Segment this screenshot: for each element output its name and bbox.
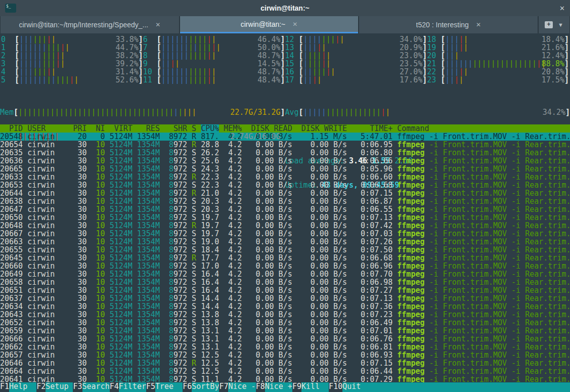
fkey-label-help[interactable]: Help	[9, 382, 36, 392]
fkey-label-tree[interactable]: Tree	[155, 382, 183, 392]
tab-home-active[interactable]: cirwin@titan:~ ✕	[180, 16, 359, 33]
col-shr: SHR	[164, 124, 187, 133]
process-row[interactable]: 20650cirwin30105124M1354M8972S19.74.20.0…	[0, 213, 570, 222]
process-row[interactable]: 20633cirwin30105124M1354M8972R22.34.20.0…	[0, 173, 570, 181]
fkey-label-quit[interactable]: Quit	[342, 382, 370, 392]
fkey-label-setup[interactable]: Setup	[46, 382, 73, 392]
fkey-f5[interactable]: F5	[146, 382, 155, 392]
process-row[interactable]: 20648cirwin30105124M1354M8972R19.74.20.0…	[0, 222, 570, 230]
tab-bar: cirwin@titan:~/tmp/Interesting/Speedy_..…	[0, 16, 570, 33]
tab-close-icon[interactable]: ✕	[476, 21, 481, 28]
process-table-header[interactable]: PIDUSERPRINIVIRTRESSHRSCPU%MEM%DISK READ…	[0, 124, 570, 133]
col-disk-read: DISK READ	[246, 124, 292, 133]
process-row[interactable]: 20663cirwin30105124M1354M8972S19.04.20.0…	[0, 238, 570, 246]
tab-label: cirwin@titan:~	[241, 20, 286, 28]
process-row[interactable]: 20660cirwin30105124M1354M8972S17.04.20.0…	[0, 262, 570, 270]
fkey-bar-filler	[370, 382, 570, 392]
col-s: S	[192, 124, 196, 133]
tab-close-icon[interactable]: ✕	[155, 21, 160, 28]
process-row[interactable]: 20635cirwin30105124M1354M8972S26.24.20.0…	[0, 149, 570, 157]
swap-meter: Swp [ |||||||||2.74G/16.0G ]	[0, 133, 285, 141]
fkey-f8[interactable]: F8	[256, 382, 265, 392]
cpu-meter-5: 5[|||||||||||||52.6%]	[1, 76, 143, 84]
cpu-meter-2: 2[||||||||||38.2%]	[1, 52, 143, 60]
cpu-meter-16: 16[|||||||27.0%]	[285, 68, 427, 76]
fkey-f1[interactable]: F1	[0, 382, 9, 392]
process-row[interactable]: 20646cirwin30105124M1354M8972R12.54.20.0…	[0, 359, 570, 367]
htop-screen: 0[||||||||33.8%]1[|||||||||||44.7%]2[|||…	[0, 33, 570, 392]
cpu-meters: 0[||||||||33.8%]1[|||||||||||44.7%]2[|||…	[0, 35, 570, 84]
cpu-meter-4: 4[||||||||31.4%]	[1, 68, 143, 76]
fkey-f6[interactable]: F6	[183, 382, 192, 392]
cpu-meter-0: 0[||||||||33.8%]	[1, 35, 143, 43]
window-close-icon[interactable]: ✕	[554, 5, 565, 12]
tab-speedy[interactable]: cirwin@titan:~/tmp/Interesting/Speedy_..…	[1, 16, 179, 33]
process-row[interactable]: 20644cirwin30105124M1354M8972R21.04.20.0…	[0, 189, 570, 197]
tab-label: cirwin@titan:~/tmp/Interesting/Speedy_..…	[19, 21, 148, 29]
col-mem: MEM%	[224, 124, 242, 133]
process-row[interactable]: 20636cirwin30105124M1354M8972S25.64.20.0…	[0, 157, 570, 165]
fkey-f4[interactable]: F4	[110, 382, 119, 392]
terminal-window: $_ cirwin@titan:~ ✕ cirwin@titan:~/tmp/I…	[0, 0, 570, 392]
avg-usage-text: 34.2%	[543, 108, 565, 116]
tab-menu-chevron-icon[interactable]: ▼	[558, 22, 563, 28]
process-row[interactable]: 20657cirwin30105124M1354M8972S12.54.20.0…	[0, 351, 570, 359]
add-tab-icon[interactable]: +	[545, 21, 553, 28]
fkey-label-filter[interactable]: Filter	[119, 382, 146, 392]
process-row[interactable]: 20658cirwin30105124M1354M8972S16.44.20.0…	[0, 278, 570, 286]
tab-tools: + ▼	[539, 16, 569, 33]
tab-t520[interactable]: t520 : Interesting ✕	[359, 16, 538, 33]
process-row[interactable]: 20634cirwin30105124M1354M8972S14.44.20.0…	[0, 302, 570, 311]
cpu-meter-21: 21[||||||||||||||||||||||88.8%]	[427, 60, 569, 68]
fkey-f10[interactable]: F10	[329, 382, 342, 392]
process-row[interactable]: 20665cirwin30105124M1354M8972S24.34.20.0…	[0, 165, 570, 173]
fkey-label-nice-[interactable]: Nice +	[265, 382, 292, 392]
process-row[interactable]: 20667cirwin30105124M1354M8972S19.74.20.0…	[0, 230, 570, 238]
fkey-f7[interactable]: F7	[219, 382, 228, 392]
cpu-meter-7: 7[|||||||||||||50.0%]	[143, 43, 285, 52]
cpu-meter-14: 14[||||||23.0%]	[285, 52, 427, 60]
process-row[interactable]: 20655cirwin30105124M1354M8972S18.44.20.0…	[0, 246, 570, 254]
fkey-f2[interactable]: F2	[36, 382, 46, 392]
tab-label: t520 : Interesting	[416, 21, 469, 29]
tab-close-icon[interactable]: ✕	[292, 21, 297, 28]
process-row[interactable]: 20641cirwin30105124M1354M8972S11.14.20.0…	[0, 375, 570, 382]
terminal-app-icon: $_	[5, 4, 16, 13]
process-row[interactable]: 20651cirwin30105124M1354M8972S16.44.20.0…	[0, 286, 570, 294]
process-row[interactable]: 20649cirwin30105124M1354M8972S16.44.20.0…	[0, 270, 570, 278]
process-row[interactable]: 20643cirwin30105124M1354M8972S13.84.20.0…	[0, 311, 570, 319]
process-row[interactable]: 20652cirwin30105124M1354M8972S13.84.20.0…	[0, 319, 570, 327]
cpu-meter-18: 18[|||||18.4%]	[427, 35, 569, 43]
process-row[interactable]: 20666cirwin30105124M1354M8972S13.14.20.0…	[0, 335, 570, 343]
function-key-bar: F1HelpF2SetupF3SearchF4FilterF5TreeF6Sor…	[0, 382, 570, 392]
process-row[interactable]: 20647cirwin30105124M1354M8972S20.34.20.0…	[0, 205, 570, 213]
fkey-label-nice-[interactable]: Nice -	[228, 382, 255, 392]
process-row[interactable]: 20659cirwin30105124M1354M8972S13.14.20.0…	[0, 327, 570, 335]
process-row[interactable]: 20653cirwin30105124M1354M8972S22.34.20.0…	[0, 181, 570, 189]
process-row[interactable]: 20654cirwin30105124M1354M8972R28.84.20.0…	[0, 141, 570, 149]
col-time: TIME+	[352, 124, 392, 133]
process-row[interactable]: 20662cirwin30105124M1354M8972S13.14.20.0…	[0, 343, 570, 351]
cpu-meter-6: 6[||||||||||||46.4%]	[143, 35, 285, 43]
fkey-label-sortby[interactable]: SortBy	[192, 382, 219, 392]
process-rows: 20548cirwin2005124M1354M8972R817.4.20.00…	[0, 133, 570, 382]
process-row[interactable]: 20645cirwin30105124M1354M8972R17.74.20.0…	[0, 254, 570, 262]
col-virt: VIRT	[110, 124, 133, 133]
process-row[interactable]: 20637cirwin30105124M1354M8972S14.44.20.0…	[0, 294, 570, 302]
col-pid: PID	[0, 124, 23, 133]
memory-meter: Mem [ ||||||||||||||||||||||||||||||||||…	[0, 108, 285, 116]
cpu-meter-11: 11[||||||||||||48.4%]	[143, 76, 285, 84]
cpu-meter-8: 8[||||||||||||48.7%]	[143, 52, 285, 60]
cpu-meter-3: 3[||||||||||39.2%]	[1, 60, 143, 68]
process-row[interactable]: 20638cirwin30105124M1354M8972S20.34.20.0…	[0, 197, 570, 205]
mem-usage-text: 22.7G/31.2G	[230, 108, 280, 116]
swap-usage-text: 2.74G/16.0G	[230, 133, 280, 141]
cpu-meter-20: 20[|||12.4%]	[427, 52, 569, 60]
fkey-label-search[interactable]: Search	[82, 382, 110, 392]
cpu-meter-19: 19[|||||21.6%]	[427, 43, 569, 52]
process-row[interactable]: 20664cirwin30105124M1354M8972S12.54.20.0…	[0, 367, 570, 375]
cpu-meter-13: 13[|||||20.9%]	[285, 43, 427, 52]
fkey-label-kill[interactable]: Kill	[301, 382, 329, 392]
fkey-f9[interactable]: F9	[292, 382, 301, 392]
fkey-f3[interactable]: F3	[73, 382, 82, 392]
